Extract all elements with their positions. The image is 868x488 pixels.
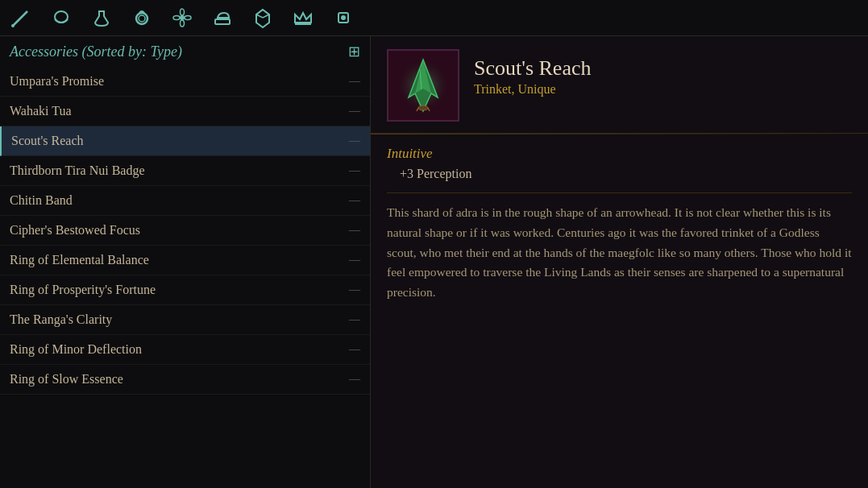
list-item-name: Ring of Prosperity's Fortune	[10, 283, 156, 297]
item-name: Scout's Reach	[474, 56, 592, 81]
list-item-name: The Ranga's Clarity	[10, 312, 112, 327]
divider-short	[387, 192, 852, 193]
anvil-icon[interactable]	[210, 5, 235, 31]
sort-icon[interactable]: ⊞	[348, 43, 360, 60]
right-panel: Scout's Reach Trinket, Unique Intuitive …	[371, 36, 868, 488]
item-details: Intuitive +3 Perception This shard of ad…	[371, 134, 868, 488]
panel-title: Accessories (Sorted by: Type)	[10, 43, 182, 60]
list-item-name: Thirdborn Tira Nui Badge	[10, 163, 145, 178]
item-header: Scout's Reach Trinket, Unique	[371, 36, 868, 133]
left-panel: Accessories (Sorted by: Type) ⊞ Umpara's…	[0, 36, 371, 488]
list-item[interactable]: Thirdborn Tira Nui Badge—	[0, 156, 370, 186]
property-value: +3 Perception	[387, 167, 852, 181]
flower-icon[interactable]	[169, 5, 195, 31]
svg-point-6	[139, 15, 145, 22]
list-item[interactable]: Ring of Prosperity's Fortune—	[0, 275, 370, 305]
list-item-value: —	[349, 164, 360, 177]
svg-point-8	[181, 9, 185, 15]
svg-point-11	[185, 16, 191, 20]
list-item[interactable]: Chitin Band—	[0, 186, 370, 216]
svg-marker-14	[256, 10, 269, 18]
main-content: Accessories (Sorted by: Type) ⊞ Umpara's…	[0, 36, 868, 488]
gem-icon[interactable]	[250, 5, 276, 31]
item-list[interactable]: Umpara's Promise—Wahaki Tua—Scout's Reac…	[0, 67, 370, 488]
svg-rect-12	[215, 19, 230, 24]
list-item-value: —	[349, 75, 360, 88]
list-item-value: —	[349, 313, 360, 326]
list-item-value: —	[349, 283, 360, 296]
list-item-value: —	[349, 373, 360, 386]
list-item-name: Ring of Elemental Balance	[10, 253, 149, 267]
item-description: This shard of adra is in the rough shape…	[387, 203, 852, 303]
svg-point-9	[181, 20, 185, 27]
list-item-value: —	[349, 134, 360, 147]
list-item[interactable]: Umpara's Promise—	[0, 67, 370, 97]
svg-point-2	[11, 24, 15, 27]
list-item-value: —	[349, 224, 360, 237]
top-icon-bar	[0, 0, 868, 36]
list-item-value: —	[349, 194, 360, 207]
list-item[interactable]: Cipher's Bestowed Focus—	[0, 216, 370, 246]
item-type: Trinket, Unique	[474, 82, 592, 97]
list-item-name: Wahaki Tua	[10, 104, 72, 118]
sword-icon[interactable]	[8, 5, 34, 31]
svg-point-17	[341, 15, 346, 20]
item-image	[387, 49, 459, 122]
list-item-name: Chitin Band	[10, 193, 73, 208]
svg-line-0	[13, 11, 27, 26]
list-item-name: Ring of Slow Essence	[10, 372, 123, 387]
list-item[interactable]: The Ranga's Clarity—	[0, 305, 370, 335]
list-item-value: —	[349, 254, 360, 267]
panel-header: Accessories (Sorted by: Type) ⊞	[0, 36, 370, 67]
svg-point-5	[136, 13, 147, 24]
svg-point-7	[180, 15, 185, 20]
list-item-name: Umpara's Promise	[10, 74, 104, 89]
svg-point-10	[173, 16, 180, 20]
potion-icon[interactable]	[89, 5, 114, 31]
crown-icon[interactable]	[290, 5, 316, 31]
svg-point-19	[418, 105, 428, 110]
helmet-icon[interactable]	[48, 5, 74, 31]
accessories-ring-icon[interactable]	[129, 5, 155, 31]
list-item[interactable]: Scout's Reach—	[0, 126, 370, 156]
list-item-name: Cipher's Bestowed Focus	[10, 223, 140, 238]
list-item[interactable]: Ring of Minor Deflection—	[0, 335, 370, 365]
item-title-area: Scout's Reach Trinket, Unique	[474, 49, 592, 97]
property-label: Intuitive	[387, 146, 852, 162]
list-item-name: Ring of Minor Deflection	[10, 342, 142, 357]
list-item[interactable]: Ring of Slow Essence—	[0, 365, 370, 395]
list-item-name: Scout's Reach	[11, 134, 84, 148]
misc-icon[interactable]	[330, 5, 356, 31]
svg-line-1	[16, 19, 19, 23]
list-item-value: —	[349, 343, 360, 356]
list-item[interactable]: Ring of Elemental Balance—	[0, 246, 370, 275]
list-item[interactable]: Wahaki Tua—	[0, 97, 370, 126]
list-item-value: —	[349, 105, 360, 118]
